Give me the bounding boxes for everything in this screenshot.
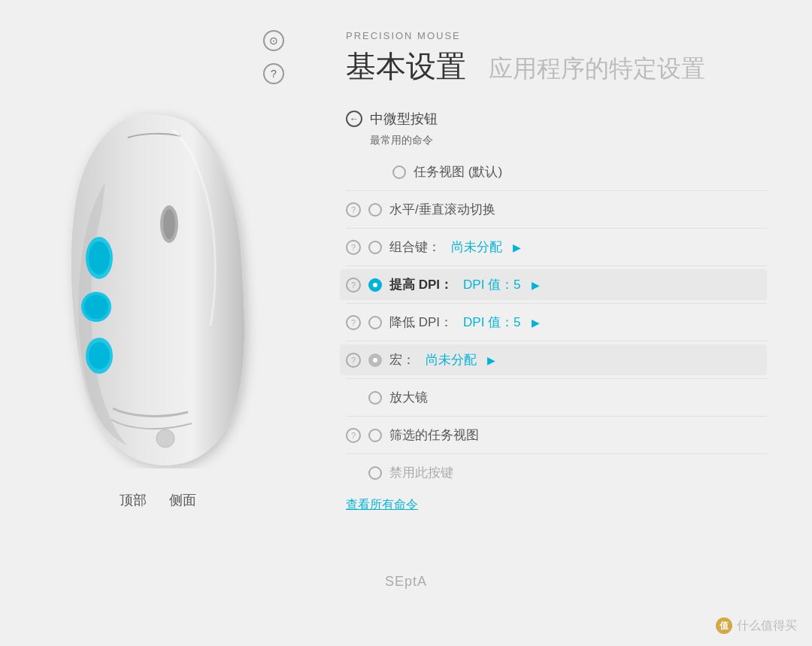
mouse-svg [53, 93, 263, 469]
divider-8 [346, 453, 767, 454]
options-list: 任务视图 (默认) ? 水平/垂直滚动切换 ? 组合键： 尚未分配 ▶ [346, 156, 767, 488]
radio-filter-task[interactable] [368, 429, 382, 442]
radio-disable-btn[interactable] [368, 466, 382, 480]
option-arrow-combo[interactable]: ▶ [513, 241, 521, 253]
help-icon-filter[interactable]: ? [346, 428, 361, 443]
option-text-filter-task: 筛选的任务视图 [389, 426, 479, 444]
option-text-scroll: 水平/垂直滚动切换 [389, 201, 495, 218]
radio-increase-dpi[interactable] [368, 278, 382, 292]
option-row-combo: ? 组合键： 尚未分配 ▶ [346, 232, 767, 262]
option-text-magnifier: 放大镜 [389, 389, 428, 406]
option-value-macro: 尚未分配 [426, 351, 477, 368]
option-text-disable-btn: 禁用此按键 [389, 464, 453, 481]
radio-combo[interactable] [368, 241, 382, 254]
option-row-magnifier: 放大镜 [346, 382, 767, 413]
radio-macro[interactable] [368, 353, 382, 367]
view-labels: 顶部 侧面 [120, 491, 196, 509]
radio-scroll-switch[interactable] [368, 203, 382, 217]
divider-7 [346, 416, 767, 417]
right-panel: PRECISION MOUSE 基本设置 应用程序的特定设置 ← 中微型按钮 最… [316, 0, 812, 646]
option-text-task-view: 任务视图 (默认) [414, 163, 502, 180]
option-value-decrease-dpi: DPI 值：5 [463, 314, 521, 331]
view-side-label[interactable]: 侧面 [169, 491, 196, 509]
radio-task-view[interactable] [392, 165, 406, 179]
option-arrow-macro[interactable]: ▶ [487, 354, 495, 366]
help-icon-scroll[interactable]: ? [346, 202, 361, 217]
svg-point-3 [89, 241, 110, 274]
divider-3 [346, 265, 767, 266]
option-row-increase-dpi: ? 提高 DPI： DPI 值：5 ▶ [340, 269, 767, 300]
device-label: PRECISION MOUSE [346, 30, 767, 41]
option-arrow-increase-dpi[interactable]: ▶ [532, 279, 540, 291]
help-icon-increase-dpi[interactable]: ? [346, 278, 361, 293]
svg-point-7 [89, 342, 110, 369]
option-row-macro: ? 宏： 尚未分配 ▶ [340, 344, 767, 375]
option-arrow-decrease-dpi[interactable]: ▶ [532, 317, 540, 329]
help-icon-combo[interactable]: ? [346, 240, 361, 255]
help-icon-decrease-dpi[interactable]: ? [346, 315, 361, 330]
divider-4 [346, 303, 767, 304]
option-text-macro: 宏： [389, 351, 415, 368]
section-header: ← 中微型按钮 [346, 110, 767, 128]
section-title: 中微型按钮 [370, 110, 438, 128]
option-row-scroll-switch: ? 水平/垂直滚动切换 [346, 194, 767, 225]
watermark-text: 什么值得买 [737, 618, 797, 634]
svg-point-8 [156, 429, 174, 447]
watermark-icon: 值 [716, 617, 732, 634]
left-panel: 顶部 侧面 [0, 0, 316, 646]
divider-2 [346, 228, 767, 229]
option-value-increase-dpi: DPI 值：5 [463, 276, 521, 293]
septa-label: SEptA [385, 574, 427, 590]
svg-point-5 [84, 295, 108, 319]
main-container: ⊙ ? [0, 0, 812, 646]
divider-6 [346, 378, 767, 379]
radio-decrease-dpi[interactable] [368, 316, 382, 329]
tab-app[interactable]: 应用程序的特定设置 [489, 53, 705, 86]
option-row-filter-task: ? 筛选的任务视图 [346, 420, 767, 450]
option-text-decrease-dpi: 降低 DPI： [389, 314, 453, 331]
option-text-combo: 组合键： [389, 238, 441, 256]
back-icon[interactable]: ← [346, 111, 362, 127]
option-row-disable-btn: 禁用此按键 [346, 457, 767, 488]
option-row-decrease-dpi: ? 降低 DPI： DPI 值：5 ▶ [346, 307, 767, 338]
view-top-label[interactable]: 顶部 [120, 491, 147, 509]
divider-5 [346, 341, 767, 341]
tab-basic[interactable]: 基本设置 [346, 46, 466, 87]
help-icon-macro[interactable]: ? [346, 353, 361, 368]
divider-1 [346, 190, 767, 191]
watermark: 值 什么值得买 [716, 617, 797, 634]
option-row-task-view: 任务视图 (默认) [370, 156, 767, 187]
option-value-combo: 尚未分配 [451, 238, 502, 256]
radio-magnifier[interactable] [368, 391, 382, 405]
option-text-increase-dpi: 提高 DPI： [389, 276, 453, 293]
section-subtitle: 最常用的命令 [370, 134, 767, 147]
view-all-link[interactable]: 查看所有命令 [346, 497, 418, 513]
mouse-image-area [53, 93, 263, 469]
svg-point-1 [163, 209, 175, 239]
header-tabs: 基本设置 应用程序的特定设置 [346, 46, 767, 87]
